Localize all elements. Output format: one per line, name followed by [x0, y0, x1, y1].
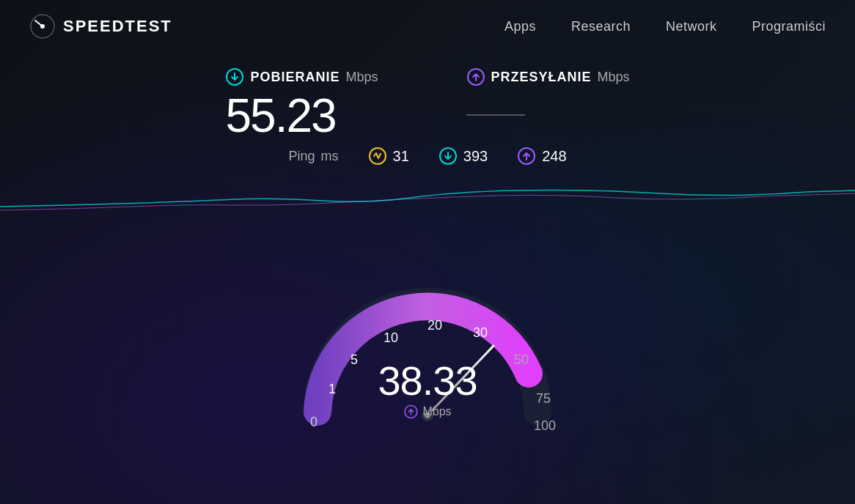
upload-stat-icon: [517, 147, 536, 166]
nav-programisci[interactable]: Programiści: [752, 19, 826, 34]
upload-icon: [466, 67, 485, 86]
svg-text:50: 50: [514, 352, 529, 367]
nav-research[interactable]: Research: [571, 19, 631, 34]
speedtest-logo-icon: [29, 13, 56, 40]
stats-row: Ping ms 31 393 248: [288, 147, 566, 166]
upload-section: PRZESYŁANIE Mbps: [466, 67, 630, 116]
upload-value-pending: [466, 114, 525, 116]
ping-unit: ms: [321, 149, 339, 164]
svg-text:30: 30: [473, 325, 488, 340]
svg-point-1: [40, 24, 45, 29]
jitter-value: 31: [393, 148, 409, 165]
current-speed-value: 38.33: [378, 357, 477, 404]
svg-text:0: 0: [310, 415, 318, 429]
upload-label: PRZESYŁANIE: [491, 70, 592, 85]
nav-apps[interactable]: Apps: [504, 19, 536, 34]
svg-text:1: 1: [329, 382, 336, 396]
download-value: 55.23: [225, 92, 357, 139]
svg-text:75: 75: [536, 391, 551, 406]
nav-network[interactable]: Network: [666, 19, 717, 34]
download-section: POBIERANIE Mbps 55.23: [225, 67, 378, 139]
upload-stat-value: 248: [542, 148, 566, 165]
download-stat-icon: [438, 147, 458, 166]
download-unit: Mbps: [345, 70, 378, 85]
current-upload-icon: [403, 404, 418, 419]
logo[interactable]: SPEEDTEST: [29, 13, 172, 40]
svg-text:5: 5: [351, 352, 358, 367]
download-stat-value: 393: [463, 148, 488, 165]
svg-text:20: 20: [428, 318, 442, 333]
svg-text:100: 100: [534, 418, 556, 433]
current-speed-display: 38.33 Mbps: [378, 357, 477, 419]
main-nav: Apps Research Network Programiści: [504, 19, 826, 34]
upload-unit: Mbps: [598, 70, 630, 85]
jitter-icon: [368, 147, 387, 166]
svg-text:10: 10: [384, 330, 398, 345]
ping-label: Ping: [288, 149, 315, 164]
speedometer: 0 1 5 10 20 30 50 75 100: [274, 214, 581, 448]
current-speed-unit: Mbps: [422, 405, 451, 418]
download-label: POBIERANIE: [250, 70, 340, 85]
logo-text: SPEEDTEST: [63, 17, 172, 36]
download-icon: [225, 67, 244, 86]
